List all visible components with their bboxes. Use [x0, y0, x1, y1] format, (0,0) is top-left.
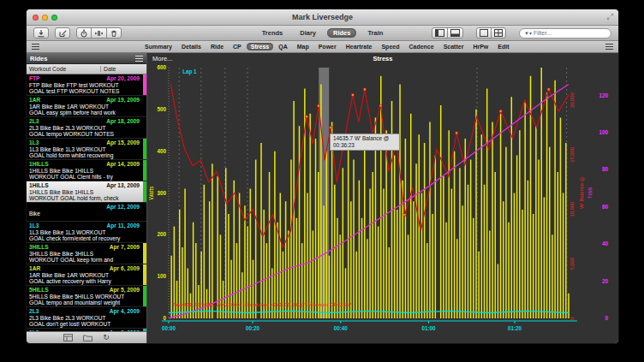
- ride-description: 1HILLS Bike Bike 1HILLS: [29, 189, 140, 196]
- column-header-workout-code[interactable]: Workout Code: [27, 66, 101, 72]
- minimize-window-button[interactable]: [42, 15, 48, 21]
- grid-view-icon[interactable]: [63, 334, 73, 341]
- ride-row[interactable]: Apr 12, 2009Bike: [27, 203, 146, 222]
- filter-field[interactable]: ▼▾: [519, 28, 611, 39]
- ride-date: Apr 18, 2009: [106, 118, 140, 125]
- column-header-date[interactable]: Date: [101, 66, 146, 72]
- ride-description: WORKOUT GOAL keep form and: [29, 257, 140, 264]
- ride-color-bar: [143, 264, 146, 285]
- ride-row[interactable]: 1L3Apr 11, 20091L3 Bike Bike 1L3 WORKOUT…: [27, 222, 146, 243]
- sidebar-menu-icon[interactable]: [135, 56, 143, 62]
- ride-date: Apr 15, 2009: [106, 139, 140, 146]
- tiss-tick-label: 60: [602, 204, 609, 210]
- ride-row[interactable]: 2L3Apr 4, 20092L3 Bike Bike 2L3 WORKOUTG…: [27, 307, 146, 329]
- match-marker: [306, 116, 308, 118]
- tab-summary[interactable]: Summary: [140, 43, 176, 50]
- desktop: Mark Liversedge: [0, 0, 644, 362]
- tiss-tick-label: 20: [602, 278, 609, 284]
- ride-row[interactable]: 1HILLSApr 14, 20091HILLS Bike Bike 1HILL…: [27, 160, 146, 181]
- ride-description: WORKOUT GOAL hold form, check: [29, 195, 140, 202]
- single-view-button[interactable]: [476, 27, 492, 39]
- ride-description: GOAL check form/extent of recovery: [29, 235, 140, 242]
- chart-settings-menu-icon[interactable]: [605, 44, 613, 50]
- wbal-tick-label: 0: [569, 317, 575, 319]
- tab-cp[interactable]: CP: [229, 43, 246, 50]
- ride-description: GOAL hold form whilst recovering: [29, 152, 140, 159]
- tab-power[interactable]: Power: [314, 43, 341, 50]
- tiled-view-button[interactable]: [491, 27, 506, 39]
- x-tick-label: 01:20: [508, 325, 522, 331]
- ride-date: Apr 3, 2009: [110, 329, 140, 331]
- watts-tick-label: 200: [157, 231, 166, 237]
- match-marker: [318, 104, 320, 107]
- ride-row[interactable]: 1L3Apr 15, 20091L3 Bike Bike 1L3 WORKOUT…: [27, 139, 146, 160]
- ride-row[interactable]: 1ARApr 19, 20091AR Bike Bike 1AR WORKOUT…: [27, 96, 146, 117]
- ride-row[interactable]: 3HILLSApr 7, 20093HILLS Bike Bike 3HILLS…: [27, 243, 146, 264]
- tab-heartrate[interactable]: Heartrate: [342, 43, 377, 50]
- ride-code: 2L3: [29, 308, 39, 315]
- tab-hrpw[interactable]: HrPw: [468, 43, 492, 50]
- ride-date: Apr 7, 2009: [110, 244, 140, 251]
- tab-speed[interactable]: Speed: [377, 43, 403, 50]
- ride-row[interactable]: 1ARApr 6, 20091AR Bike Bike 1AR WORKOUTG…: [27, 264, 146, 286]
- ride-description: GOAL easy spim before hard work: [29, 110, 140, 116]
- tab-ride[interactable]: Ride: [206, 43, 228, 50]
- title-bar[interactable]: Mark Liversedge: [27, 9, 618, 26]
- tab-stress[interactable]: Stress: [247, 43, 273, 50]
- more-link[interactable]: More...: [152, 55, 172, 62]
- zoom-window-button[interactable]: [51, 15, 57, 21]
- ride-description: WORKOUT GOAL Clent hills - try: [29, 174, 140, 181]
- scope-tab-trends[interactable]: Trends: [256, 28, 289, 38]
- watts-axis-label: Watts: [148, 187, 154, 200]
- ride-row[interactable]: 5HILLSApr 5, 20095HILLS Bike Bike 5HILLS…: [27, 286, 146, 307]
- ride-description: 2L3 Bike Bike 2L3 WORKOUT: [29, 125, 140, 132]
- tooltip-time: 00:36:23: [333, 142, 397, 149]
- ride-description: GOAL test FTP WORKOUT NOTES: [29, 88, 140, 95]
- match-marker: [547, 88, 550, 91]
- close-window-button[interactable]: [33, 15, 39, 21]
- ride-color-bar: [143, 243, 146, 264]
- ride-row[interactable]: FTPApr 20, 2009FTP Bike Bike FTP test WO…: [27, 74, 146, 96]
- scope-tab-rides[interactable]: Rides: [327, 28, 356, 38]
- ride-code: 1AR: [29, 265, 40, 272]
- ride-description: 1L3 Bike Bike 1L3 WORKOUT: [29, 146, 140, 153]
- ride-color-bar: [143, 139, 146, 159]
- toggle-bottombar-button[interactable]: [447, 27, 463, 39]
- toggle-sidebar-button[interactable]: [432, 27, 448, 39]
- ride-color-bar: [143, 329, 146, 331]
- filter-input[interactable]: [534, 30, 606, 36]
- chart-menu-icon[interactable]: [32, 44, 39, 50]
- match-marker: [499, 110, 502, 112]
- ride-color-bar: [143, 160, 146, 181]
- ride-code: 3HILLS: [29, 244, 49, 251]
- ride-code: 1HILLS: [29, 182, 49, 189]
- stress-chart[interactable]: 00:0000:2000:4001:0001:20600500400300200…: [147, 53, 618, 343]
- tab-edit[interactable]: Edit: [493, 43, 513, 50]
- ride-row[interactable]: 1L3Apr 3, 20091L3 Bike Bike 1L3 WORKOUT: [27, 329, 146, 331]
- tab-scatter[interactable]: Scatter: [439, 43, 468, 50]
- view-tab-bar: SummaryDetailsRideCPStressQAMapPowerHear…: [27, 41, 618, 53]
- ride-row[interactable]: 1HILLSApr 13, 20091HILLS Bike Bike 1HILL…: [27, 181, 146, 203]
- scope-tab-train[interactable]: Train: [361, 28, 389, 38]
- tiss-tick-label: 120: [599, 92, 608, 98]
- tab-qa[interactable]: QA: [274, 43, 292, 50]
- ride-row[interactable]: 2L3Apr 18, 20092L3 Bike Bike 2L3 WORKOUT…: [27, 117, 146, 139]
- ride-list: FTPApr 20, 2009FTP Bike Bike FTP test WO…: [27, 74, 146, 331]
- tiss-tick-label: 100: [599, 129, 608, 135]
- tab-cadence[interactable]: Cadence: [404, 43, 438, 50]
- bottom-panel-icon: [450, 29, 460, 37]
- watts-tick-label: 500: [157, 106, 166, 112]
- window-resize-icon[interactable]: [606, 13, 614, 21]
- x-tick-label: 00:40: [334, 325, 349, 331]
- refresh-icon[interactable]: ↻: [103, 334, 110, 341]
- ride-date: Apr 19, 2009: [106, 97, 140, 104]
- window-title: Mark Liversedge: [27, 13, 618, 21]
- tab-map[interactable]: Map: [293, 43, 313, 50]
- scope-tab-diary[interactable]: Diary: [294, 28, 322, 38]
- folder-icon[interactable]: [83, 334, 92, 341]
- sidebar-header[interactable]: Rides: [27, 53, 146, 64]
- tiss-tick-label: 40: [602, 240, 609, 246]
- tab-details[interactable]: Details: [177, 43, 206, 50]
- ride-date: Apr 14, 2009: [106, 161, 140, 168]
- sidebar-left-icon: [435, 29, 444, 37]
